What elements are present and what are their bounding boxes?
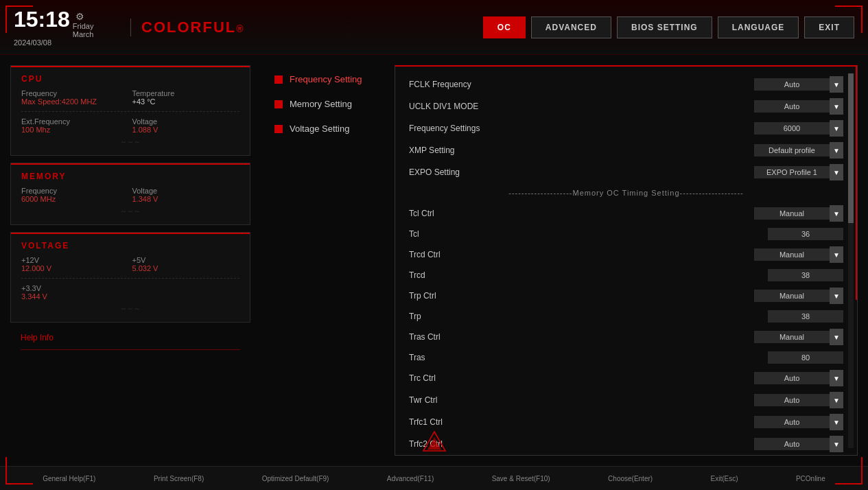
setting-row-trc-ctrl[interactable]: Trc Ctrl Auto ▼ (395, 367, 857, 389)
tras-ctrl-dropdown-btn[interactable]: ▼ (830, 329, 843, 345)
xmp-control[interactable]: Default profile ▼ (754, 142, 843, 159)
setting-row-tcl-ctrl[interactable]: Tcl Ctrl Manual ▼ (395, 202, 857, 224)
nav-oc-button[interactable]: OC (483, 16, 526, 38)
trc-ctrl-dropdown-btn[interactable]: ▼ (830, 370, 843, 386)
trp-ctrl-value: Manual (754, 290, 830, 302)
cpu-voltage-label: Voltage (132, 117, 240, 126)
bottom-exit: Exit(Esc) (711, 475, 738, 482)
menu-item-voltage[interactable]: Voltage Setting (271, 118, 374, 139)
expo-label: EXPO Setting (409, 167, 754, 177)
twr-ctrl-control[interactable]: Auto ▼ (754, 392, 843, 408)
cpu-freq-value: Max Speed:4200 MHZ (21, 97, 129, 106)
tcl-ctrl-dropdown-btn[interactable]: ▼ (830, 205, 843, 222)
setting-row-expo[interactable]: EXPO Setting EXPO Profile 1 ▼ (395, 161, 857, 183)
setting-row-trcd[interactable]: Trcd 38 (395, 266, 857, 285)
setting-row-trcd-ctrl[interactable]: Trcd Ctrl Manual ▼ (395, 244, 857, 266)
setting-row-trfc1-ctrl[interactable]: Trfc1 Ctrl Auto ▼ (395, 411, 857, 433)
cpu-voltage-value: 1.088 V (132, 126, 240, 134)
freq-settings-control[interactable]: 6000 ▼ (754, 120, 843, 137)
setting-row-freq[interactable]: Frequency Settings 6000 ▼ (395, 117, 857, 139)
tras-value: 80 (768, 351, 843, 364)
trcd-ctrl-control[interactable]: Manual ▼ (754, 246, 843, 263)
tcl-control: 36 (768, 228, 843, 240)
cpu-temp-label: Temperature (132, 89, 240, 97)
cpu-wave: ～～～ (21, 137, 239, 147)
setting-row-trp-ctrl[interactable]: Trp Ctrl Manual ▼ (395, 285, 857, 307)
scrollbar-thumb[interactable] (848, 73, 854, 223)
setting-row-xmp[interactable]: XMP Setting Default profile ▼ (395, 139, 857, 161)
bottom-advanced: Advanced(F11) (387, 475, 434, 482)
setting-row-fclk[interactable]: FCLK Frequency Auto ▼ (395, 73, 857, 95)
brand-logo: COLORFUL® (130, 19, 245, 36)
tras-ctrl-control[interactable]: Manual ▼ (754, 329, 843, 345)
expo-dropdown-btn[interactable]: ▼ (830, 164, 843, 180)
corner-decoration-tr (835, 5, 863, 33)
expo-value: EXPO Profile 1 (754, 166, 830, 178)
setting-row-tras-ctrl[interactable]: Tras Ctrl Manual ▼ (395, 326, 857, 348)
trfc1-ctrl-control[interactable]: Auto ▼ (754, 414, 843, 430)
setting-row-trp[interactable]: Trp 38 (395, 307, 857, 326)
freq-settings-label: Frequency Settings (409, 124, 754, 133)
xmp-dropdown-btn[interactable]: ▼ (830, 142, 843, 159)
left-panel: CPU Frequency Max Speed:4200 MHZ Tempera… (0, 55, 261, 466)
voltage-title: VOLTAGE (21, 241, 239, 250)
trfc2-ctrl-dropdown-btn[interactable]: ▼ (830, 436, 843, 452)
trcd-ctrl-dropdown-btn[interactable]: ▼ (830, 246, 843, 263)
trp-ctrl-control[interactable]: Manual ▼ (754, 288, 843, 304)
nav-advanced-button[interactable]: ADVANCED (531, 16, 611, 38)
setting-row-trfc2-ctrl[interactable]: Trfc2 Ctrl Auto ▼ (395, 433, 857, 455)
nav-bios-button[interactable]: BIOS SETTING (617, 16, 712, 38)
menu-indicator-memory (274, 100, 283, 108)
corner-decoration-tl (5, 5, 33, 33)
voltage-card: VOLTAGE +12V 12.000 V +5V 5.032 V +3.3V … (10, 232, 250, 323)
tcl-ctrl-control[interactable]: Manual ▼ (754, 205, 843, 222)
trp-control: 38 (768, 310, 843, 323)
menu-indicator-voltage (274, 125, 283, 133)
uclk-control[interactable]: Auto ▼ (754, 98, 843, 115)
uclk-dropdown-btn[interactable]: ▼ (830, 98, 843, 115)
trfc2-ctrl-control[interactable]: Auto ▼ (754, 436, 843, 452)
trc-ctrl-control[interactable]: Auto ▼ (754, 370, 843, 386)
tcl-ctrl-value: Manual (754, 207, 830, 220)
settings-container: FCLK Frequency Auto ▼ UCLK DIV1 MODE Aut… (395, 65, 858, 456)
triangle-logo-svg (421, 429, 448, 456)
trc-ctrl-value: Auto (754, 372, 830, 384)
trp-ctrl-dropdown-btn[interactable]: ▼ (830, 288, 843, 304)
setting-row-tras[interactable]: Tras 80 (395, 348, 857, 367)
gear-icon: ⚙ (75, 11, 89, 22)
main-content: CPU Frequency Max Speed:4200 MHZ Tempera… (0, 55, 868, 466)
trfc1-ctrl-dropdown-btn[interactable]: ▼ (830, 414, 843, 430)
fclk-control[interactable]: Auto ▼ (754, 76, 843, 93)
trc-ctrl-label: Trc Ctrl (409, 373, 754, 383)
logo-center (421, 429, 448, 459)
trfc2-ctrl-label: Trfc2 Ctrl (409, 439, 754, 449)
tcl-ctrl-label: Tcl Ctrl (409, 209, 754, 218)
trfc2-ctrl-value: Auto (754, 438, 830, 450)
fclk-dropdown-btn[interactable]: ▼ (830, 76, 843, 93)
twr-ctrl-dropdown-btn[interactable]: ▼ (830, 392, 843, 408)
setting-row-uclk[interactable]: UCLK DIV1 MODE Auto ▼ (395, 95, 857, 117)
menu-label-voltage: Voltage Setting (290, 124, 349, 134)
setting-row-twr-ctrl[interactable]: Twr Ctrl Auto ▼ (395, 389, 857, 411)
mem-voltage-label: Voltage (132, 187, 240, 195)
tras-label: Tras (409, 353, 768, 362)
cpu-title: CPU (21, 74, 239, 84)
freq-settings-dropdown-btn[interactable]: ▼ (830, 120, 843, 137)
tcl-value: 36 (768, 228, 843, 240)
cpu-freq-label: Frequency (21, 89, 129, 97)
menu-item-frequency[interactable]: Frequency Setting (271, 69, 374, 90)
scrollbar[interactable] (848, 73, 854, 448)
menu-item-memory[interactable]: Memory Setting (271, 93, 374, 115)
timing-header: --------------------Memory OC Timing Set… (395, 183, 857, 202)
nav-language-button[interactable]: LANGUAGE (718, 16, 799, 38)
day-display: Friday (73, 22, 94, 30)
fclk-value: Auto (754, 78, 830, 91)
twr-ctrl-label: Twr Ctrl (409, 395, 754, 405)
expo-control[interactable]: EXPO Profile 1 ▼ (754, 164, 843, 180)
setting-row-tcl[interactable]: Tcl 36 (395, 224, 857, 244)
xmp-label: XMP Setting (409, 145, 754, 155)
mem-voltage-value: 1.348 V (132, 195, 240, 203)
trfc1-ctrl-value: Auto (754, 416, 830, 428)
trp-ctrl-label: Trp Ctrl (409, 291, 754, 301)
v33-label: +3.3V (21, 284, 129, 292)
